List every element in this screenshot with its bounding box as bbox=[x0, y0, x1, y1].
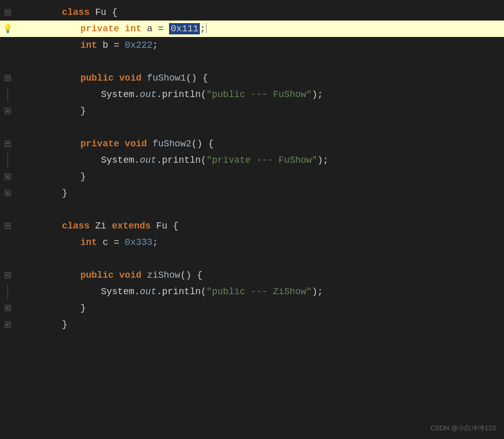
fold-icon-7[interactable]: + bbox=[5, 108, 11, 114]
plain-text: } bbox=[62, 319, 67, 330]
gutter-12: + bbox=[0, 190, 15, 196]
gutter-2: 💡 bbox=[0, 25, 15, 33]
text-cursor bbox=[206, 23, 207, 33]
gutter-20: + bbox=[0, 321, 15, 328]
line-text-20: } bbox=[15, 300, 67, 349]
gutter-6 bbox=[0, 87, 15, 102]
code-line-15: int c = 0x333; bbox=[0, 234, 504, 251]
plain-text: } bbox=[80, 303, 86, 313]
fold-icon-12[interactable]: + bbox=[5, 190, 11, 196]
code-line-7: + } bbox=[0, 103, 504, 119]
fold-icon-17[interactable]: − bbox=[5, 272, 11, 278]
fold-icon-20[interactable]: + bbox=[5, 321, 11, 328]
highlight-token: 0x111 bbox=[169, 23, 200, 34]
code-line-19: + } bbox=[0, 300, 504, 316]
gutter-10 bbox=[0, 153, 15, 167]
fold-icon-5[interactable]: − bbox=[5, 75, 11, 81]
plain-text: } bbox=[80, 171, 86, 182]
plain-text: System. bbox=[101, 155, 140, 165]
gutter-19: + bbox=[0, 305, 15, 311]
plain-text: ); bbox=[312, 89, 323, 100]
plain-text: .println( bbox=[156, 155, 206, 165]
keyword-int: int bbox=[80, 40, 97, 50]
gutter-11: + bbox=[0, 174, 15, 180]
gutter-7: + bbox=[0, 108, 15, 114]
string-literal: "public --- FuShow" bbox=[207, 89, 312, 100]
out-field: out bbox=[140, 89, 156, 100]
string-literal: "private --- FuShow" bbox=[207, 155, 318, 165]
fold-icon-9[interactable]: − bbox=[5, 141, 11, 147]
out-field: out bbox=[140, 287, 156, 297]
gutter-1: − bbox=[0, 9, 15, 15]
gutter-5: − bbox=[0, 75, 15, 81]
out-field: out bbox=[140, 155, 156, 165]
code-content: − class Fu { 💡 private int a = 0x111; in… bbox=[0, 0, 504, 439]
keyword-int: int bbox=[80, 237, 97, 247]
plain-text: System. bbox=[101, 287, 140, 297]
plain-text: System. bbox=[101, 89, 140, 100]
watermark: CSDN @小白冲冲123 bbox=[431, 424, 496, 433]
plain-text: ; bbox=[153, 237, 158, 247]
plain-text: .println( bbox=[156, 89, 206, 100]
gutter-14: − bbox=[0, 223, 15, 229]
plain-text: ; bbox=[153, 40, 158, 50]
code-line-12: + } bbox=[0, 185, 504, 201]
gutter-9: − bbox=[0, 141, 15, 147]
code-editor: − class Fu { 💡 private int a = 0x111; in… bbox=[0, 0, 504, 439]
fold-icon-19[interactable]: + bbox=[5, 305, 11, 311]
plain-text: ); bbox=[318, 155, 329, 165]
plain-text: } bbox=[62, 188, 67, 198]
plain-text: ); bbox=[312, 287, 323, 297]
gutter-17: − bbox=[0, 272, 15, 278]
hex-number: 0x333 bbox=[125, 237, 153, 247]
bulb-icon[interactable]: 💡 bbox=[4, 25, 12, 33]
plain-text: c = bbox=[97, 237, 125, 247]
string-literal: "public --- ZiShow" bbox=[207, 287, 312, 297]
fold-icon-1[interactable]: − bbox=[5, 9, 11, 15]
code-line-3: int b = 0x222; bbox=[0, 37, 504, 53]
hex-number: 0x222 bbox=[125, 40, 153, 50]
plain-text: .println( bbox=[156, 287, 206, 297]
plain-text: ; bbox=[200, 24, 206, 34]
plain-text: b = bbox=[97, 40, 125, 50]
plain-text: } bbox=[80, 106, 86, 116]
code-line-20: + } bbox=[0, 316, 504, 333]
code-line-11: + } bbox=[0, 168, 504, 185]
fold-icon-14[interactable]: − bbox=[5, 223, 11, 229]
fold-icon-11[interactable]: + bbox=[5, 174, 11, 180]
gutter-18 bbox=[0, 284, 15, 299]
